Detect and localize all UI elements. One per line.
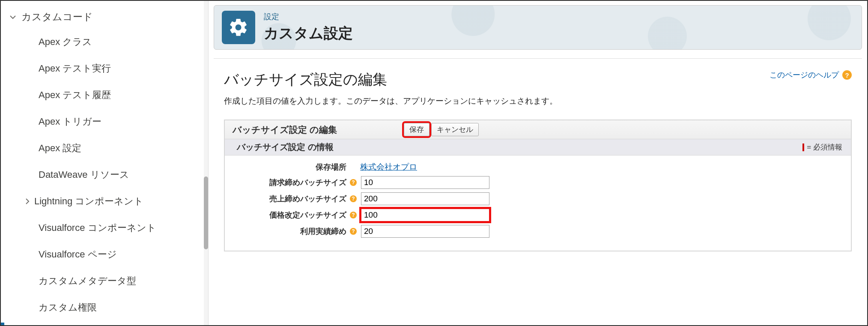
chevron-down-icon [9, 14, 17, 21]
row-sales-batch: 売上締めバッチサイズ ? [229, 192, 844, 205]
nav-item-apex-settings[interactable]: Apex 設定 [35, 135, 208, 162]
input-usage-close[interactable] [361, 225, 489, 238]
save-button[interactable]: 保存 [404, 123, 430, 136]
nav-item-label: Visualforce コンポーネント [39, 222, 156, 233]
nav-item-apex-test-run[interactable]: Apex テスト実行 [35, 55, 208, 82]
nav-item-vf-page[interactable]: Visualforce ページ [35, 241, 208, 268]
page-description: 作成した項目の値を入力します。このデータは、アプリケーションにキャッシュされます… [224, 96, 852, 107]
nav-item-label: カスタム権限 [39, 302, 97, 313]
page-header-card: 設定 カスタム設定 [214, 5, 862, 50]
form-body: 保存場所 株式会社オプロ 請求締めバッチサイズ ? 売上締めバッチサイズ ? [225, 156, 851, 251]
label-save-location: 保存場所 [229, 162, 349, 172]
edit-panel: バッチサイズ設定 の編集 保存 キャンセル バッチサイズ設定 の情報 = 必須情… [224, 120, 852, 251]
row-usage-close: 利用実績締め ? [229, 225, 844, 238]
cancel-button[interactable]: キャンセル [431, 123, 479, 136]
input-sales-batch[interactable] [361, 192, 489, 205]
nav-item-apex-test-hist[interactable]: Apex テスト履歴 [35, 82, 208, 108]
main-content: 設定 カスタム設定 バッチサイズ設定の編集 このページのヘルプ ? 作成した項目… [209, 1, 867, 325]
nav-parent-custom-code[interactable]: カスタムコード [5, 5, 208, 29]
nav-parent-label: カスタムコード [21, 10, 93, 24]
nav-item-apex-class[interactable]: Apex クラス [35, 29, 208, 55]
help-icon: ? [842, 70, 852, 80]
row-save-location: 保存場所 株式会社オプロ [229, 162, 844, 173]
help-icon[interactable]: ? [350, 179, 357, 186]
nav-item-label: カスタムメタデータ型 [39, 275, 136, 286]
nav-item-label: Visualforce ページ [39, 249, 117, 260]
label-sales-batch: 売上締めバッチサイズ [229, 194, 349, 204]
nav-item-apex-trigger[interactable]: Apex トリガー [35, 108, 208, 135]
help-icon[interactable]: ? [350, 228, 357, 235]
required-legend: = 必須情報 [802, 142, 842, 152]
nav-item-label: Apex 設定 [39, 143, 81, 153]
label-invoice-batch: 請求締めバッチサイズ [229, 177, 349, 188]
label-price-batch: 価格改定バッチサイズ [229, 210, 349, 220]
required-legend-text: = 必須情報 [807, 142, 842, 152]
nav-item-vf-component[interactable]: Visualforce コンポーネント [35, 215, 208, 241]
setup-sidebar: カスタムコード Apex クラス Apex テスト実行 Apex テスト履歴 A… [1, 1, 209, 325]
help-link[interactable]: このページのヘルプ ? [770, 70, 852, 80]
nav-item-label: Apex テスト履歴 [39, 90, 111, 100]
help-link-label: このページのヘルプ [770, 70, 839, 80]
panel-action-bar: バッチサイズ設定 の編集 保存 キャンセル [225, 120, 851, 139]
sidebar-accent [1, 323, 4, 325]
breadcrumb[interactable]: 設定 [264, 12, 353, 22]
chevron-right-icon [23, 198, 32, 205]
link-save-location[interactable]: 株式会社オプロ [360, 162, 417, 173]
required-bar-icon [802, 144, 804, 151]
row-invoice-batch: 請求締めバッチサイズ ? [229, 176, 844, 189]
page-header-title: カスタム設定 [264, 24, 353, 43]
nav-item-label: Apex トリガー [39, 116, 101, 127]
nav-item-dataweave[interactable]: DataWeave リソース [35, 162, 208, 188]
help-icon[interactable]: ? [350, 212, 357, 218]
nav-item-label: DataWeave リソース [39, 169, 129, 180]
nav-sub-lightning-comp[interactable]: Lightning コンポーネント [23, 188, 208, 215]
sidebar-scrollbar-thumb[interactable] [204, 176, 208, 249]
row-price-batch: 価格改定バッチサイズ ? [229, 209, 844, 221]
nav-item-label: Lightning コンポーネント [34, 195, 143, 208]
nav-item-custom-mdt[interactable]: カスタムメタデータ型 [35, 268, 208, 294]
help-icon[interactable]: ? [350, 195, 357, 202]
panel-bar-title: バッチサイズ設定 の編集 [233, 124, 404, 136]
page-title: バッチサイズ設定の編集 [224, 70, 387, 90]
label-usage-close: 利用実績締め [229, 226, 349, 236]
gear-icon [222, 11, 255, 44]
nav-item-label: Apex テスト実行 [39, 63, 111, 74]
input-invoice-batch[interactable] [361, 176, 489, 189]
panel-sub-header: バッチサイズ設定 の情報 = 必須情報 [225, 139, 851, 156]
nav-item-custom-perm[interactable]: カスタム権限 [35, 294, 208, 321]
input-price-batch[interactable] [361, 209, 489, 221]
sidebar-scrollbar[interactable] [204, 1, 208, 325]
nav-item-label: Apex クラス [39, 36, 92, 47]
panel-sub-title: バッチサイズ設定 の情報 [233, 141, 334, 154]
